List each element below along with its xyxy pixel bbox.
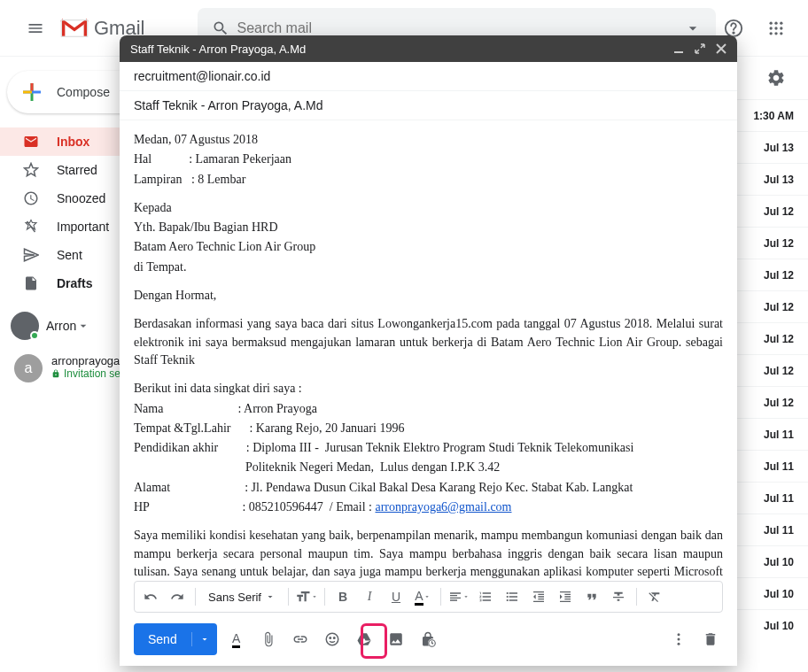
nav-icon <box>23 190 41 206</box>
nav-label: Starred <box>57 163 97 177</box>
subject-field[interactable]: Staff Teknik - Arron Prayoga, A.Md <box>120 91 737 120</box>
numbered-list-button[interactable] <box>473 584 498 609</box>
svg-point-19 <box>678 643 680 645</box>
menu-icon <box>27 19 44 37</box>
compose-body[interactable]: Medan, 07 Agustus 2018 Hal : Lamaran Pek… <box>120 120 737 581</box>
more-vert-icon <box>671 631 687 647</box>
svg-point-4 <box>774 21 777 24</box>
svg-point-15 <box>333 637 335 639</box>
format-toggle-button[interactable]: A <box>224 627 249 652</box>
nav-icon <box>23 247 41 263</box>
nav-label: Sent <box>57 248 82 262</box>
nav-label: Drafts <box>57 276 92 290</box>
compose-window: Staff Teknik - Arron Prayoga, A.Md recru… <box>120 35 737 666</box>
svg-point-7 <box>774 27 777 29</box>
emoji-icon <box>324 631 340 647</box>
search-input[interactable] <box>237 20 677 36</box>
mail-date: Jul 11 <box>764 492 794 505</box>
svg-point-3 <box>770 21 773 24</box>
svg-point-2 <box>733 32 734 33</box>
nav-icon <box>23 219 41 235</box>
font-size-button[interactable] <box>294 584 319 609</box>
undo-button[interactable] <box>138 584 163 609</box>
bold-button[interactable]: B <box>330 584 355 609</box>
bullet-list-button[interactable] <box>500 584 524 609</box>
attach-file-button[interactable] <box>256 627 281 652</box>
mail-date: Jul 13 <box>764 174 794 186</box>
compose-window-title: Staff Teknik - Arron Prayoga, A.Md <box>130 42 673 56</box>
font-selector[interactable]: Sans Serif <box>201 591 283 604</box>
more-options-button[interactable] <box>666 627 691 652</box>
bullet-list-icon <box>505 590 519 604</box>
paperclip-icon <box>260 631 276 647</box>
apps-button[interactable] <box>758 11 794 46</box>
expand-icon <box>695 43 705 54</box>
svg-point-14 <box>330 637 331 639</box>
fullscreen-button[interactable] <box>695 43 705 54</box>
mail-date: Jul 12 <box>764 397 794 409</box>
to-field[interactable]: recruitment@lionair.co.id <box>120 62 737 91</box>
close-icon <box>716 43 726 54</box>
mail-date: Jul 11 <box>764 429 794 441</box>
nav-icon <box>23 275 41 291</box>
nav-label: Snoozed <box>57 191 105 205</box>
svg-point-18 <box>678 638 680 641</box>
italic-button[interactable]: I <box>357 584 382 609</box>
compose-window-header[interactable]: Staff Teknik - Arron Prayoga, A.Md <box>120 35 737 62</box>
compose-plus-icon <box>18 78 46 106</box>
lock-clock-icon <box>420 631 436 647</box>
quote-button[interactable] <box>579 584 604 609</box>
send-options-button[interactable] <box>192 634 217 645</box>
svg-rect-12 <box>674 51 683 53</box>
nav-icon <box>23 162 41 178</box>
align-button[interactable] <box>447 584 471 609</box>
svg-point-5 <box>780 21 782 24</box>
mail-date: Jul 12 <box>764 365 794 377</box>
discard-draft-button[interactable] <box>698 627 723 652</box>
text-size-icon <box>295 589 311 605</box>
mail-date: Jul 12 <box>764 333 794 345</box>
mail-date: Jul 10 <box>764 588 794 600</box>
clear-format-icon <box>648 590 662 604</box>
svg-point-11 <box>780 32 782 35</box>
strikethrough-icon <box>611 590 625 604</box>
settings-button[interactable] <box>758 60 794 96</box>
indent-less-icon <box>532 590 546 604</box>
indent-more-button[interactable] <box>553 584 578 609</box>
user-avatar <box>11 312 39 340</box>
redo-icon <box>170 590 184 604</box>
hamburger-menu-button[interactable] <box>14 7 57 50</box>
undo-icon <box>144 590 158 604</box>
nav-label: Inbox <box>57 135 89 149</box>
redo-button[interactable] <box>165 584 190 609</box>
mail-date: Jul 12 <box>764 269 794 282</box>
insert-photo-button[interactable] <box>384 627 408 652</box>
text-color-button[interactable]: A <box>410 584 435 609</box>
nav-icon <box>23 134 41 150</box>
indent-less-button[interactable] <box>526 584 551 609</box>
nav-label: Important <box>57 220 109 234</box>
svg-point-17 <box>678 633 680 636</box>
presence-dot-icon <box>30 331 39 340</box>
mail-date: Jul 13 <box>764 142 794 154</box>
svg-point-9 <box>770 32 773 35</box>
quote-icon <box>585 590 599 604</box>
insert-drive-button[interactable] <box>352 627 377 652</box>
confidential-button[interactable] <box>416 627 440 652</box>
link-icon <box>292 631 308 647</box>
minimize-button[interactable] <box>673 43 684 54</box>
underline-button[interactable]: U <box>384 584 408 609</box>
email-link[interactable]: arronprayoga6@gmail.com <box>375 500 511 514</box>
close-button[interactable] <box>716 43 726 54</box>
send-button[interactable]: Send <box>134 623 217 655</box>
insert-link-button[interactable] <box>288 627 313 652</box>
conversation-avatar: a <box>14 354 43 382</box>
numbered-list-icon <box>478 590 493 604</box>
mail-date: Jul 10 <box>764 620 794 632</box>
clear-format-button[interactable] <box>642 584 667 609</box>
mail-date: Jul 11 <box>764 460 794 473</box>
strikethrough-button[interactable] <box>606 584 631 609</box>
svg-point-10 <box>774 32 777 35</box>
insert-emoji-button[interactable] <box>320 627 345 652</box>
lock-icon <box>51 369 60 378</box>
